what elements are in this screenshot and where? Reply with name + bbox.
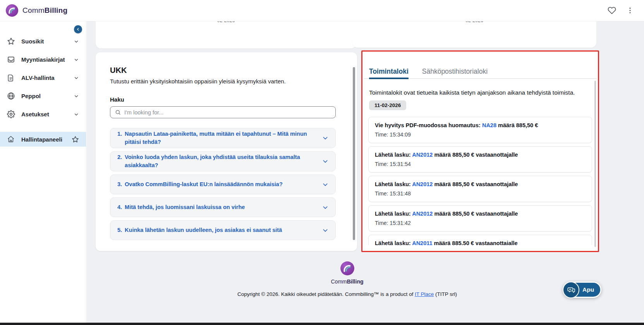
faq-accordion-item[interactable]: 1. Napsautin Lataa-painiketta, mutta mit… [110, 128, 336, 148]
log-entry: Lähetä lasku: AN2012 määrä 885,50 € vast… [368, 176, 592, 202]
brand-name: CommBilling [22, 6, 67, 15]
activity-log-panel-highlighted: Toimintaloki Sähköpostihistorialoki Toim… [361, 50, 599, 252]
faq-item-question: Napsautin Lataa-painiketta, mutta mitään… [125, 130, 311, 146]
help-button[interactable]: Apu [563, 282, 601, 298]
chevron-down-icon [322, 135, 328, 141]
page-footer: CommBilling Copyright © 2026. Kaikki oik… [87, 261, 608, 297]
log-entry: Vie hyvitys PDF-muodossa huomautus: NA28… [368, 117, 592, 143]
chart-card-left-partial: 02-2026 [96, 21, 356, 48]
log-entry-text: Lähetä lasku: AN2012 määrä 885,50 € vast… [375, 181, 586, 188]
log-entry-ref-link[interactable]: AN2011 [412, 240, 432, 245]
faq-search-box[interactable] [110, 106, 336, 118]
app-header: CommBilling [0, 0, 644, 21]
inbox-icon [7, 55, 15, 64]
faq-accordion-item[interactable]: 5. Kuinka lähetän laskun uudelleen, jos … [110, 220, 336, 240]
tab-toimintaloki[interactable]: Toimintaloki [369, 67, 409, 78]
sidebar-item-asetukset[interactable]: Asetukset [0, 105, 86, 123]
faq-subtitle: Tutustu erittäin yksityiskohtaisiin oppa… [110, 78, 336, 85]
log-entry-time: Time: 15:31:48 [375, 190, 586, 197]
sidebar-collapse-button[interactable] [74, 25, 82, 33]
sidebar-item-alv-hallinta[interactable]: ALV-hallinta [0, 69, 86, 87]
sidebar-item-suosikit[interactable]: Suosikit [0, 32, 86, 50]
faq-item-question: Kuinka lähetän laskun uudelleen, jos asi… [125, 226, 311, 234]
home-icon [7, 135, 15, 143]
faq-item-number: 1. [117, 130, 122, 146]
log-entry: Lähetä lasku: AN2012 määrä 885,50 € vast… [368, 146, 592, 173]
star-icon [7, 37, 15, 45]
chevron-down-icon [74, 75, 79, 81]
log-entry: Lähetä lasku: AN2012 määrä 885,50 € vast… [368, 205, 592, 232]
activity-panel-scrollbar[interactable] [594, 81, 596, 247]
copyright-text: Copyright © 2026. Kaikki oikeudet pidäte… [87, 291, 608, 297]
main-content: 02-2026 02-2026 UKK Tutustu erittäin yks… [87, 21, 644, 323]
chevron-down-icon [322, 204, 328, 211]
commbilling-footer-logo-icon [340, 261, 355, 276]
log-entry-ref-link[interactable]: AN2012 [412, 152, 433, 158]
faq-item-question: Voinko luoda yhden laskun, joka yhdistää… [125, 153, 311, 169]
favorite-star-icon[interactable] [72, 136, 79, 143]
faq-item-number: 2. [117, 153, 122, 169]
chart-x-axis-label: 02-2026 [352, 21, 596, 23]
faq-item-question: Ovatko CommBilling-laskut EU:n lainsäädä… [125, 180, 311, 188]
log-entry-ref-link[interactable]: AN2012 [412, 181, 433, 187]
sidebar-item-label: Suosikit [21, 38, 74, 45]
favorite-heart-icon[interactable] [608, 6, 616, 15]
faq-scrollbar[interactable] [353, 67, 355, 240]
document-icon [7, 74, 15, 82]
log-entry-text: Vie hyvitys PDF-muodossa huomautus: NA28… [375, 122, 586, 129]
faq-accordion-item[interactable]: 3. Ovatko CommBilling-laskut EU:n lainsä… [110, 175, 336, 194]
chevron-down-icon [322, 227, 328, 233]
log-entry-ref-link[interactable]: NA28 [482, 122, 496, 128]
gear-icon [7, 110, 15, 118]
chart-x-axis-label: 02-2026 [96, 21, 356, 23]
faq-title: UKK [110, 66, 336, 75]
activity-description: Toimintalokit ovat tietueita kaikista ti… [369, 89, 575, 96]
chevron-down-icon [74, 39, 79, 44]
faq-search-input[interactable] [124, 109, 331, 116]
search-icon [115, 109, 121, 115]
commbilling-logo-icon [5, 4, 19, 17]
sidebar-item-label: Hallintapaneeli [21, 136, 72, 143]
chat-bubbles-icon [563, 282, 579, 298]
activity-log-list: Vie hyvitys PDF-muodossa huomautus: NA28… [368, 117, 592, 245]
faq-item-number: 4. [117, 203, 122, 211]
sidebar-item-label: Myyntiasiakirjat [21, 56, 74, 63]
chevron-down-icon [74, 57, 79, 62]
log-entry-text: Lähetä lasku: AN2012 määrä 885,50 € vast… [375, 210, 586, 217]
sidebar-item-label: Peppol [21, 93, 74, 99]
chevron-down-icon [322, 158, 328, 164]
sidebar-item-hallintapaneeli-active[interactable]: Hallintapaneeli [0, 132, 86, 147]
chevron-down-icon [322, 182, 328, 188]
tab-sahkopostihistorialoki[interactable]: Sähköpostihistorialoki [422, 67, 488, 78]
brand-logo: CommBilling [5, 4, 67, 17]
sidebar: Suosikit Myyntiasiakirjat ALV-hallinta [0, 21, 86, 323]
chevron-down-icon [74, 112, 79, 117]
footer-brand-name: CommBilling [87, 278, 608, 285]
faq-item-number: 3. [117, 180, 122, 188]
chart-card-right-partial: 02-2026 [352, 21, 596, 48]
chevron-down-icon [74, 93, 79, 99]
faq-item-number: 5. [117, 226, 122, 234]
sidebar-item-label: ALV-hallinta [21, 74, 74, 81]
faq-accordion-item[interactable]: 4. Mitä tehdä, jos luomissani laskuissa … [110, 197, 336, 217]
log-entry-text: Lähetä lasku: AN2012 määrä 885,50 € vast… [375, 151, 586, 158]
date-badge: 11-02-2026 [369, 100, 406, 110]
globe-icon [7, 92, 15, 100]
faq-list: 1. Napsautin Lataa-painiketta, mutta mit… [110, 128, 336, 240]
kebab-menu-icon[interactable] [626, 7, 634, 14]
log-entry-ref-link[interactable]: AN2012 [412, 211, 433, 217]
log-entry-time: Time: 15:34:09 [375, 131, 586, 138]
log-entry: Lähetä lasku: AN2011 määrä 885,50 € vast… [368, 235, 592, 245]
sidebar-item-label: Asetukset [21, 111, 74, 118]
it-place-link[interactable]: IT Place [415, 291, 434, 297]
log-entry-time: Time: 15:31:54 [375, 161, 586, 168]
log-entry-text: Lähetä lasku: AN2011 määrä 885,50 € vast… [375, 240, 586, 245]
search-label: Haku [110, 96, 336, 103]
faq-card: UKK Tutustu erittäin yksityiskohtaisiin … [96, 52, 357, 251]
faq-accordion-item[interactable]: 2. Voinko luoda yhden laskun, joka yhdis… [110, 151, 336, 171]
faq-item-question: Mitä tehdä, jos luomissani laskuissa on … [125, 203, 311, 211]
bottom-bar [0, 323, 644, 325]
help-button-label: Apu [582, 286, 594, 293]
sidebar-item-myyntiasiakirjat[interactable]: Myyntiasiakirjat [0, 50, 86, 69]
sidebar-item-peppol[interactable]: Peppol [0, 87, 86, 105]
